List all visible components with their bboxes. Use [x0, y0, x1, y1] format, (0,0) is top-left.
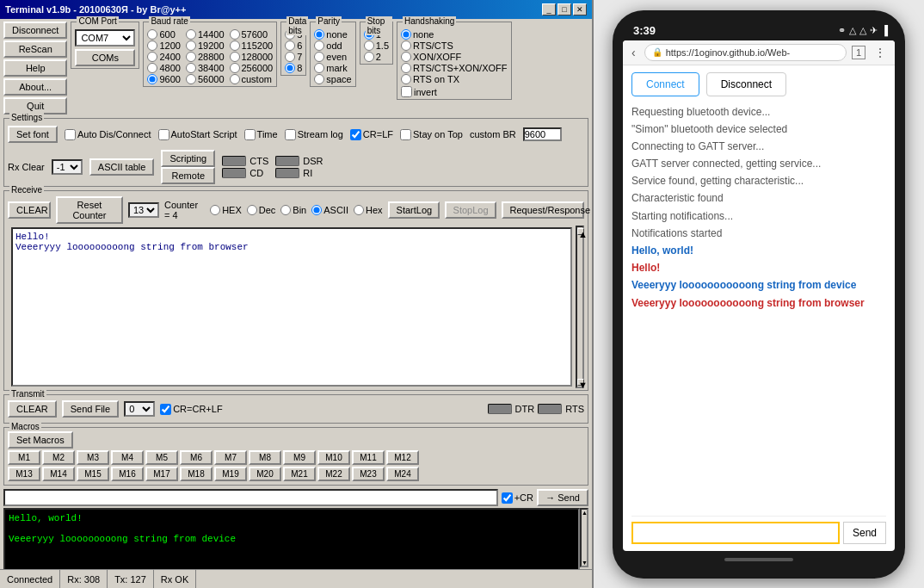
hs-rtsctsxon[interactable]: RTS/CTS+XON/XOFF: [401, 63, 508, 73]
log-scrollbar[interactable]: ▲ ▼: [580, 508, 588, 567]
set-font-button[interactable]: Set font: [8, 126, 58, 143]
counter-select[interactable]: 13: [128, 202, 159, 218]
about-button[interactable]: About...: [3, 78, 67, 96]
time-check[interactable]: Time: [244, 129, 278, 140]
remote-button[interactable]: Remote: [161, 167, 215, 184]
log-input[interactable]: Veeeryyy looooooooong string from device: [3, 489, 498, 506]
macro-button-m1[interactable]: M1: [8, 450, 40, 465]
ascii-radio[interactable]: ASCII: [311, 205, 348, 215]
baud-9600[interactable]: 9600: [147, 74, 180, 84]
baud-256000[interactable]: 256000: [230, 63, 274, 73]
com-port-select[interactable]: COM7 COM1COM2COM3 COM4COM5COM6 COM8: [75, 29, 135, 46]
baud-custom[interactable]: custom: [230, 74, 274, 84]
macro-button-m22[interactable]: M22: [317, 467, 350, 481]
autostart-script-check[interactable]: AutoStart Script: [158, 129, 237, 140]
macro-button-m19[interactable]: M19: [214, 467, 247, 481]
parity-even[interactable]: even: [314, 52, 351, 62]
macro-button-m4[interactable]: M4: [111, 450, 144, 465]
baud-2400[interactable]: 2400: [147, 52, 180, 62]
stay-on-top-check[interactable]: Stay on Top: [400, 129, 463, 140]
parity-odd[interactable]: odd: [314, 40, 351, 51]
receive-clear-button[interactable]: CLEAR: [8, 201, 51, 219]
baud-128000[interactable]: 128000: [230, 52, 274, 62]
tabs-button[interactable]: 1: [852, 46, 865, 59]
set-macros-button[interactable]: Set Macros: [8, 431, 73, 449]
dec-radio[interactable]: Dec: [247, 205, 276, 215]
hs-rtscts[interactable]: RTS/CTS: [401, 40, 508, 51]
parity-mark[interactable]: mark: [314, 63, 351, 73]
baud-28800[interactable]: 28800: [186, 52, 225, 62]
log-scroll-up[interactable]: ▲: [582, 510, 587, 516]
macro-button-m14[interactable]: M14: [42, 467, 75, 481]
ascii-table-button[interactable]: ASCII table: [89, 158, 155, 176]
minimize-button[interactable]: _: [542, 3, 556, 15]
macro-button-m11[interactable]: M11: [352, 450, 385, 465]
transmit-spinner[interactable]: 012: [124, 401, 155, 417]
stoplog-button[interactable]: StopLog: [445, 201, 496, 219]
baud-1200[interactable]: 1200: [147, 40, 180, 51]
macro-button-m13[interactable]: M13: [8, 467, 40, 481]
hs-xon[interactable]: XON/XOFF: [401, 52, 508, 62]
data-7[interactable]: 7: [285, 52, 302, 62]
cr-lf-check[interactable]: CR=LF: [350, 129, 393, 140]
web-disconnect-button[interactable]: Disconnect: [706, 72, 786, 96]
macro-button-m5[interactable]: M5: [145, 450, 178, 465]
rx-clear-select[interactable]: -101: [52, 159, 83, 175]
macro-button-m18[interactable]: M18: [180, 467, 213, 481]
data-8[interactable]: 8: [285, 63, 302, 73]
back-button[interactable]: ‹: [628, 44, 639, 61]
help-button[interactable]: Help: [3, 59, 67, 77]
invert-check[interactable]: invert: [401, 86, 508, 97]
baud-14400[interactable]: 14400: [186, 29, 225, 40]
cr-cr-lf-check[interactable]: CR=CR+LF: [160, 404, 222, 415]
hex2-radio[interactable]: Hex: [354, 205, 383, 215]
coms-button[interactable]: COMs: [75, 49, 135, 66]
stop-15[interactable]: 1.5: [364, 40, 389, 51]
baud-56000[interactable]: 56000: [186, 74, 225, 84]
reset-counter-button[interactable]: Reset Counter: [56, 196, 123, 224]
scroll-down-arrow[interactable]: ▼: [577, 379, 584, 386]
macro-button-m23[interactable]: M23: [352, 467, 385, 481]
hex-radio[interactable]: HEX: [210, 205, 242, 215]
disconnect-button[interactable]: Disconnect: [3, 22, 67, 39]
baud-4800[interactable]: 4800: [147, 63, 180, 73]
close-button[interactable]: ✕: [573, 3, 587, 15]
scroll-up-arrow[interactable]: ▲: [577, 228, 584, 235]
cr-check[interactable]: +CR: [502, 492, 533, 504]
baud-57600[interactable]: 57600: [230, 29, 274, 40]
custom-br-input[interactable]: [523, 127, 562, 141]
request-response-button[interactable]: Request/Response: [502, 201, 584, 219]
stream-log-check[interactable]: Stream log: [285, 129, 343, 140]
quit-button[interactable]: Quit: [3, 97, 67, 115]
bin-radio[interactable]: Bin: [280, 205, 306, 215]
data-6[interactable]: 6: [285, 40, 302, 51]
macro-button-m15[interactable]: M15: [77, 467, 109, 481]
macro-button-m10[interactable]: M10: [317, 450, 350, 465]
startlog-button[interactable]: StartLog: [388, 201, 440, 219]
macro-button-m16[interactable]: M16: [111, 467, 144, 481]
macro-button-m7[interactable]: M7: [214, 450, 247, 465]
rescan-button[interactable]: ReScan: [3, 40, 67, 58]
macro-button-m2[interactable]: M2: [42, 450, 75, 465]
web-text-input[interactable]: [631, 522, 840, 544]
macro-button-m24[interactable]: M24: [386, 467, 419, 481]
macro-button-m17[interactable]: M17: [145, 467, 178, 481]
stop-2[interactable]: 2: [364, 52, 389, 62]
macro-button-m8[interactable]: M8: [249, 450, 281, 465]
web-send-button[interactable]: Send: [843, 522, 886, 544]
baud-19200[interactable]: 19200: [186, 40, 225, 51]
maximize-button[interactable]: □: [557, 3, 571, 15]
web-connect-button[interactable]: Connect: [631, 72, 699, 96]
macro-button-m21[interactable]: M21: [283, 467, 316, 481]
send-file-button[interactable]: Send File: [62, 400, 119, 418]
browser-url-bar[interactable]: 🔒 https://1oginov.github.io/Web-: [644, 44, 847, 61]
receive-scrollbar[interactable]: ▲ ▼: [576, 226, 584, 388]
transmit-clear-button[interactable]: CLEAR: [8, 400, 57, 418]
log-scroll-down[interactable]: ▼: [582, 560, 587, 566]
macro-button-m20[interactable]: M20: [249, 467, 281, 481]
send-button[interactable]: → Send: [537, 489, 588, 506]
parity-space[interactable]: space: [314, 74, 351, 84]
hs-rtson[interactable]: RTS on TX: [401, 74, 508, 84]
scripting-button[interactable]: Scripting: [161, 150, 215, 167]
hs-none[interactable]: none: [401, 29, 508, 40]
